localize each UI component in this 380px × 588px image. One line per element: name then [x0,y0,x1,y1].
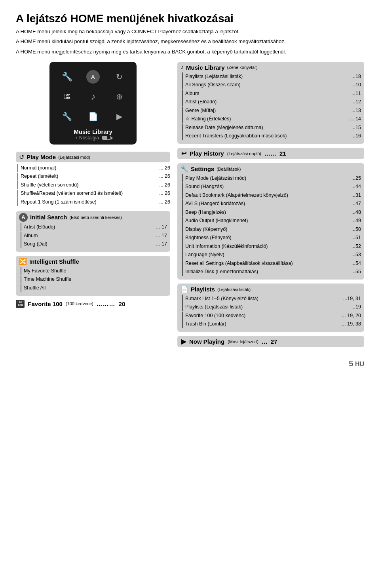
device-labels: Music Library ♪ Nostalgia [55,128,131,141]
play-icon: ▶ [107,108,131,125]
list-item: AVLS (Hangerő korlátozás) ...47 [182,200,361,208]
music-note-icon: ♪ [75,135,78,141]
initial-search-title: Initial Search [30,214,67,221]
list-item: Album ... 17 [21,232,167,240]
intelligent-shuffle-list: My Favorite Shuffle Time Machine Shuffle… [19,267,167,292]
document-icon: 📄 [81,108,105,125]
now-playing-title-sub: (Most lejátszott) [228,339,258,344]
play-mode-icon: ↺ [19,153,24,161]
intelligent-shuffle-section: 🔀 Intelligent Shuffle My Favorite Shuffl… [16,256,170,296]
list-item: ☆ Rating (Értékelés) ... 14 [182,115,361,124]
play-mode-section: ↺ Play Mode (Lejátszási mód) Normal (nor… [16,152,170,206]
play-history-dots: …… [264,150,276,157]
initial-search-header: A Initial Search (Első betű szerinti ker… [19,213,167,222]
page-number: 5 [349,359,353,368]
list-item: Sound (Hangzás) ...44 [182,183,361,191]
list-item: Release Date (Megjelenés dátuma) ...15 [182,124,361,132]
list-item: Recent Transfers (Leggyakrabban másoláso… [182,132,361,141]
download-icon: ⊕ [107,88,131,105]
list-item: Play Mode (Lejátszási mód) ...25 [182,174,361,183]
list-item: B.mark List 1–5 (Könyvjelző lista) ...19… [182,295,361,303]
playlists-list: B.mark List 1–5 (Könyvjelző lista) ...19… [180,295,361,328]
settings-header: 🔧 Settings (Beállítások) [180,165,361,173]
search-circle-icon: A [81,68,105,86]
device-sub-label: ♪ Nostalgia [55,135,131,141]
list-item: Normal (normál) ... 26 [17,164,170,172]
play-history-title: Play History [190,150,224,157]
list-item: Repeat (ismételt) ... 26 [17,173,170,181]
favorite100-dots: ……… [97,301,116,307]
intro-text-3: A HOME menü megjelenítéséhez nyomja meg … [16,48,364,56]
list-item: Song (Dal) ... 17 [21,240,167,249]
playlists-title-sub: (Lejátszási listák) [217,287,251,292]
list-item: Shuffle&Repeat (véletlen sorrendű és ism… [17,190,170,198]
play-mode-list: Normal (normál) ... 26 Repeat (ismételt)… [16,164,170,206]
playlists-icon: 📄 [180,285,188,293]
music-library-list: Playlists (Lejátszási listák) ...18 All … [180,72,361,140]
settings-title-sub: (Beállítások) [217,167,241,171]
list-item: Playlists (Lejátszási listák) ...19 [182,303,361,312]
device-main-label: Music Library [55,128,131,135]
list-item: Artist (Előadó) ... 17 [21,223,167,232]
settings-list: Play Mode (Lejátszási mód) ...25 Sound (… [180,174,361,276]
list-item: Initialize Disk (Lemezformattálás) ...55 [182,268,361,276]
settings-icon: 🔧 [55,68,79,86]
main-layout: 🔧 A ↻ TOP 100 ♪ ⊕ [16,62,364,351]
intelligent-shuffle-icon: 🔀 [19,258,27,265]
page-title: A lejátszó HOME menüjének hivatkozásai [16,12,364,25]
now-playing-icon: ▶ [181,338,186,345]
top100-icon: TOP 100 [55,88,79,105]
list-item: Trash Bin (Lomtár) ... 19, 38 [182,320,361,329]
page-footer: 5 HU [16,359,364,368]
list-item: Display (Képernyő) ...50 [182,225,361,234]
play-history-section: ↩ Play History (Lejátszási napló) …… 21 [177,148,364,159]
favorite100-header: TOP 100 Favorite 100 (100 kedvenc) ……… 2… [16,300,170,308]
initial-search-section: A Initial Search (Első betű szerinti ker… [16,211,170,252]
settings-icon: 🔧 [180,165,188,173]
top100-badge: TOP 100 [16,300,25,308]
list-item: Favorite 100 (100 kedvenc) ... 19, 20 [182,312,361,320]
now-playing-page: 27 [271,338,277,345]
play-history-page: 21 [279,150,286,157]
list-item: Playlists (Lejátszási listák) ...18 [182,72,361,81]
now-playing-title: Now Playing [189,338,224,345]
settings-title: Settings [191,166,214,172]
device-grid: 🔧 A ↻ TOP 100 ♪ ⊕ [55,68,131,125]
music-library-title-sub: (Zene könyvtár) [227,65,258,70]
intelligent-shuffle-title: Intelligent Shuffle [29,258,79,265]
left-column: 🔧 A ↻ TOP 100 ♪ ⊕ [16,62,170,351]
list-item: Beep (Hangjelzés) ...48 [182,208,361,217]
list-item: Time Machine Shuffle [21,276,167,284]
favorite100-title-sub: (100 kedvenc) [66,301,93,306]
list-item: Default Bookmark (Alapértelmezett könyvj… [182,191,361,200]
list-item: Repeat 1 Song (1 szám ismétlése) ... 26 [17,198,170,206]
music-library-icon: ♪ [180,64,184,71]
playlists-section: 📄 Playlists (Lejátszási listák) B.mark L… [177,284,364,332]
tool-icon: 🔧 [55,108,79,125]
playlists-header: 📄 Playlists (Lejátszási listák) [180,285,361,293]
settings-section: 🔧 Settings (Beállítások) Play Mode (Lejá… [177,163,364,280]
list-item: Artist (Előadó) ...12 [182,98,361,107]
play-history-icon: ↩ [181,150,186,157]
battery-icon [102,136,111,140]
music-library-section: ♪ Music Library (Zene könyvtár) Playlist… [177,62,364,144]
intelligent-shuffle-header: 🔀 Intelligent Shuffle [19,258,167,265]
play-mode-title: Play Mode [27,154,56,160]
favorite100-section: TOP 100 Favorite 100 (100 kedvenc) ……… 2… [16,300,170,308]
right-column: ♪ Music Library (Zene könyvtár) Playlist… [177,62,364,351]
list-item: My Favorite Shuffle [21,267,167,275]
list-item: Unit Information (Készülékinformáció) ..… [182,242,361,251]
list-item: Language (Nyelv) ...53 [182,251,361,259]
list-item: Brightness (Fényerő) ...51 [182,234,361,242]
list-item: Genre (Műfaj) ...13 [182,107,361,115]
list-item: Shuffle All [21,284,167,292]
page-lang: HU [355,361,364,367]
list-item: Reset all Settings (Alapbeállítások viss… [182,259,361,268]
intro-text-2: A HOME menü kiindulási pontul szolgál a … [16,38,364,46]
music-library-header: ♪ Music Library (Zene könyvtár) [180,64,361,71]
list-item: All Songs (Összes szám) ...10 [182,81,361,89]
initial-search-list: Artist (Előadó) ... 17 Album ... 17 Song… [19,223,167,249]
initial-search-icon: A [19,213,28,222]
info-icon: ↻ [107,68,131,86]
favorite100-title: Favorite 100 [28,301,63,307]
